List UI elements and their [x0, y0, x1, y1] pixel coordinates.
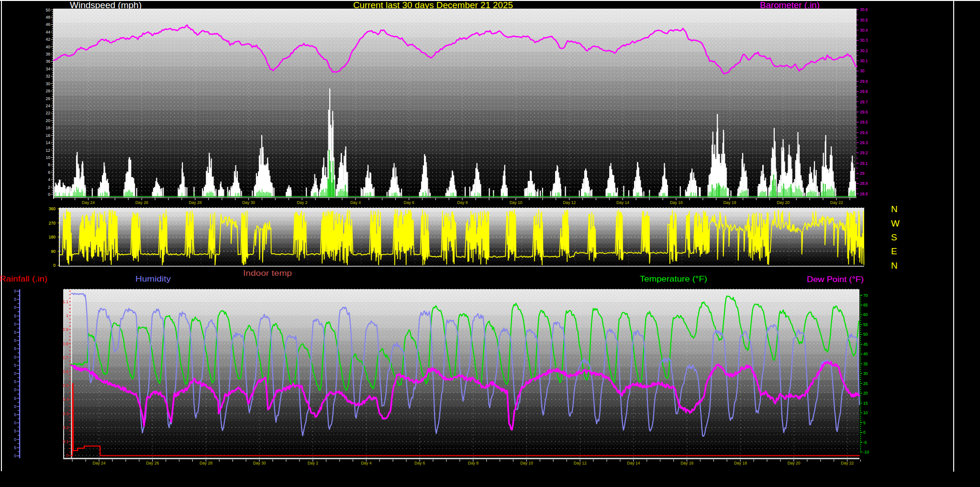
svg-text:0: 0: [14, 305, 16, 310]
svg-text:35: 35: [863, 362, 868, 366]
svg-text:0.3: 0.3: [63, 411, 68, 416]
svg-text:2: 2: [48, 185, 50, 190]
svg-text:5: 5: [14, 330, 16, 335]
svg-text:W: W: [891, 218, 900, 228]
svg-text:40: 40: [863, 351, 868, 356]
svg-text:29.2: 29.2: [860, 150, 868, 155]
svg-text:8: 8: [48, 162, 50, 167]
svg-text:70: 70: [863, 293, 868, 298]
svg-text:40: 40: [46, 45, 51, 49]
svg-text:Current last 30 days December: Current last 30 days December 21 2025: [353, 0, 513, 10]
svg-text:Day 20: Day 20: [788, 461, 801, 465]
svg-text:Day 26: Day 26: [146, 461, 159, 465]
svg-text:180: 180: [49, 235, 56, 239]
svg-text:15: 15: [863, 401, 868, 406]
svg-text:Day 4: Day 4: [350, 200, 361, 205]
svg-text:0.4: 0.4: [63, 397, 68, 402]
svg-text:Day 10: Day 10: [520, 461, 533, 465]
svg-text:0: 0: [14, 387, 16, 392]
svg-text:60: 60: [863, 312, 868, 317]
svg-text:Day 22: Day 22: [841, 461, 854, 465]
svg-text:24: 24: [46, 103, 51, 108]
svg-text:Day 8: Day 8: [468, 461, 479, 465]
svg-text:29.7: 29.7: [860, 100, 868, 104]
svg-text:Day 16: Day 16: [680, 461, 693, 465]
svg-text:Day 24: Day 24: [93, 461, 106, 465]
svg-text:Day 4: Day 4: [361, 461, 371, 465]
svg-text:0: 0: [14, 371, 16, 376]
svg-text:Day 30: Day 30: [242, 200, 255, 205]
svg-text:48: 48: [46, 15, 51, 20]
svg-text:30.2: 30.2: [860, 48, 868, 53]
svg-text:Day 12: Day 12: [574, 461, 587, 465]
svg-text:360: 360: [49, 206, 56, 211]
svg-text:5: 5: [14, 396, 16, 401]
svg-text:90: 90: [51, 249, 56, 254]
svg-text:44: 44: [46, 30, 51, 34]
svg-text:5: 5: [14, 297, 16, 302]
svg-text:30.4: 30.4: [860, 28, 868, 33]
svg-text:Day 20: Day 20: [777, 200, 790, 205]
svg-text:29.3: 29.3: [860, 140, 868, 145]
svg-text:0: 0: [14, 289, 16, 294]
svg-text:0: 0: [53, 263, 56, 268]
svg-text:Barometer (.in): Barometer (.in): [760, 0, 820, 10]
svg-text:0.1: 0.1: [63, 439, 68, 444]
svg-text:29.4: 29.4: [860, 130, 868, 135]
svg-text:36: 36: [46, 59, 51, 64]
svg-text:5: 5: [14, 429, 16, 433]
svg-text:0: 0: [14, 355, 16, 360]
svg-text:29.5: 29.5: [860, 120, 868, 125]
svg-text:50: 50: [863, 332, 868, 337]
svg-text:0: 0: [14, 338, 16, 343]
svg-text:Indoor temp: Indoor temp: [243, 269, 292, 277]
svg-text:30: 30: [860, 68, 865, 73]
svg-text:5: 5: [14, 412, 16, 417]
svg-text:25: 25: [863, 381, 868, 386]
svg-text:18: 18: [46, 125, 51, 130]
svg-text:45: 45: [863, 342, 868, 347]
svg-text:Day 8: Day 8: [457, 200, 468, 205]
svg-text:5: 5: [14, 445, 16, 450]
svg-text:Day 2: Day 2: [297, 200, 307, 205]
svg-text:32: 32: [46, 74, 51, 79]
svg-text:Day 10: Day 10: [510, 200, 523, 205]
svg-text:Dew Point (°F): Dew Point (°F): [807, 275, 864, 284]
svg-text:Day 28: Day 28: [200, 461, 212, 465]
svg-text:10: 10: [46, 155, 51, 160]
svg-text:Humidity: Humidity: [135, 274, 171, 283]
svg-text:29.6: 29.6: [860, 110, 868, 114]
svg-text:28.8: 28.8: [860, 192, 868, 196]
svg-text:20: 20: [46, 118, 51, 123]
svg-text:14: 14: [46, 140, 51, 145]
svg-text:0: 0: [48, 192, 50, 197]
svg-text:29.9: 29.9: [860, 79, 868, 84]
svg-text:1: 1: [66, 313, 68, 318]
svg-text:Day 28: Day 28: [189, 200, 201, 205]
svg-text:30.5: 30.5: [860, 18, 868, 23]
svg-text:28: 28: [46, 89, 51, 93]
svg-text:42: 42: [46, 37, 51, 42]
svg-text:5: 5: [14, 346, 16, 351]
svg-text:0.9: 0.9: [63, 327, 68, 332]
svg-text:Day 26: Day 26: [135, 200, 148, 205]
svg-text:29.1: 29.1: [860, 161, 868, 166]
svg-text:5: 5: [863, 420, 866, 425]
svg-text:0.2: 0.2: [63, 425, 68, 430]
svg-text:Rainfall (.in): Rainfall (.in): [0, 274, 47, 283]
svg-text:30.1: 30.1: [860, 58, 868, 63]
svg-text:0: 0: [14, 420, 16, 425]
svg-text:0: 0: [14, 322, 16, 327]
svg-text:N: N: [891, 204, 898, 214]
svg-text:10: 10: [863, 410, 868, 415]
svg-text:Day 2: Day 2: [308, 461, 318, 465]
svg-text:Day 14: Day 14: [627, 461, 640, 465]
svg-text:-10: -10: [863, 450, 869, 454]
svg-text:0: 0: [66, 453, 68, 458]
svg-text:Day 18: Day 18: [723, 200, 736, 205]
svg-text:30: 30: [863, 371, 868, 376]
svg-text:Windspeed (mph): Windspeed (mph): [70, 0, 142, 10]
svg-text:Day 24: Day 24: [82, 200, 95, 205]
svg-text:Day 14: Day 14: [616, 200, 629, 205]
svg-text:30.6: 30.6: [860, 7, 868, 12]
